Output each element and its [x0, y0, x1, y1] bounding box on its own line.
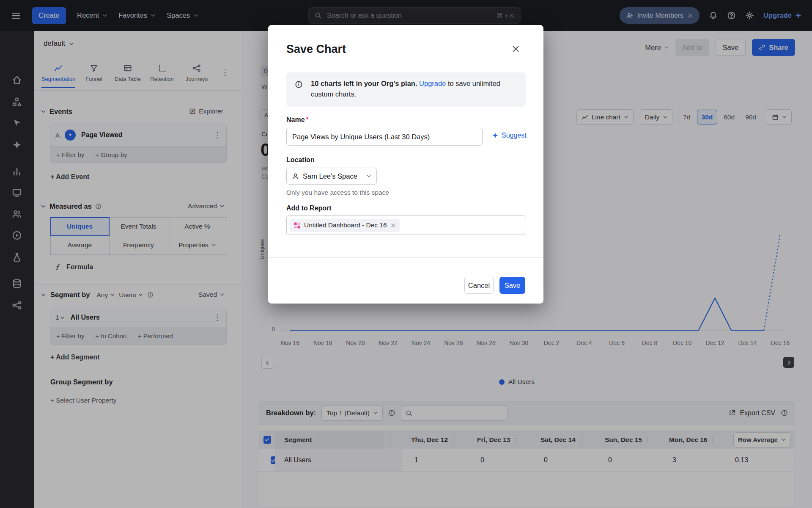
- app-root: Create Recent Favorites Spaces ⌘ + K Inv…: [0, 0, 812, 508]
- add-to-report-label: Add to Report: [286, 204, 332, 212]
- plan-limit-banner: 10 charts left in your Org's plan. Upgra…: [286, 72, 526, 107]
- modal-title: Save Chart: [286, 43, 346, 56]
- remove-chip-icon[interactable]: [390, 223, 396, 228]
- save-chart-modal: Save Chart 10 charts left in your Org's …: [268, 25, 543, 304]
- banner-upgrade-link[interactable]: Upgrade: [419, 80, 446, 87]
- close-modal-icon[interactable]: [511, 44, 520, 53]
- location-help-text: Only you have access to this space: [286, 189, 389, 196]
- report-input[interactable]: Untitled Dashboard - Dec 16: [286, 215, 526, 235]
- location-dropdown[interactable]: Sam Lee's Space: [286, 168, 377, 185]
- report-chip-label: Untitled Dashboard - Dec 16: [304, 221, 387, 229]
- sparkle-icon: [492, 132, 499, 139]
- name-label: Name*: [286, 116, 309, 124]
- cancel-button[interactable]: Cancel: [464, 277, 494, 294]
- dashboard-icon: [294, 222, 301, 229]
- chart-name-input[interactable]: [286, 128, 483, 146]
- report-chip[interactable]: Untitled Dashboard - Dec 16: [290, 219, 400, 232]
- location-label: Location: [286, 156, 315, 164]
- location-value: Sam Lee's Space: [303, 172, 362, 180]
- modal-save-button[interactable]: Save: [499, 277, 525, 294]
- divider: [268, 257, 543, 258]
- info-icon: [295, 80, 303, 88]
- suggest-label: Suggest: [502, 132, 527, 139]
- required-asterisk: *: [306, 116, 309, 123]
- name-label-text: Name: [286, 116, 305, 123]
- banner-bold-text: 10 charts left in your Org's plan.: [311, 80, 417, 87]
- person-icon: [292, 173, 299, 180]
- chevron-down-icon: [366, 174, 371, 179]
- suggest-button[interactable]: Suggest: [492, 132, 527, 139]
- banner-text: 10 charts left in your Org's plan. Upgra…: [311, 78, 520, 99]
